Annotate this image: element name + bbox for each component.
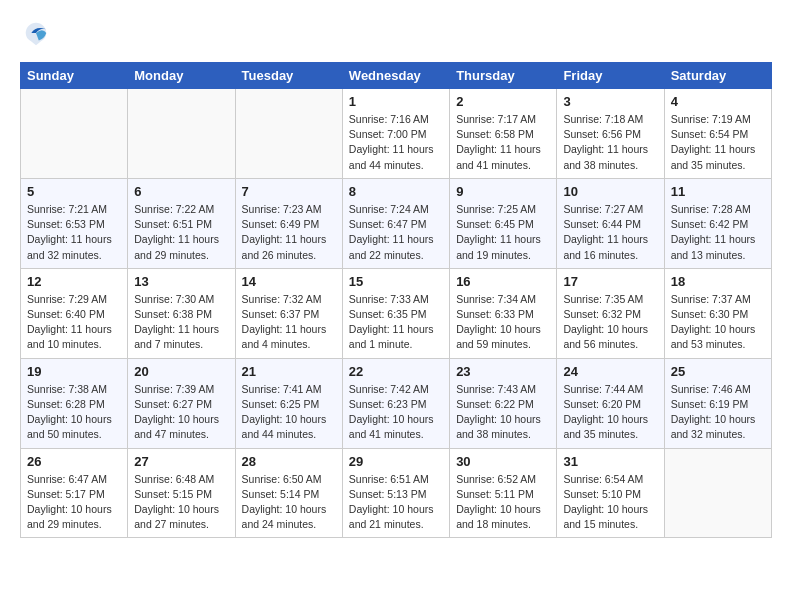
day-number: 13 (134, 274, 228, 289)
logo (20, 20, 50, 52)
day-number: 20 (134, 364, 228, 379)
calendar-cell: 19Sunrise: 7:38 AM Sunset: 6:28 PM Dayli… (21, 358, 128, 448)
calendar-header-sunday: Sunday (21, 63, 128, 89)
day-info: Sunrise: 7:32 AM Sunset: 6:37 PM Dayligh… (242, 292, 336, 353)
calendar-cell: 17Sunrise: 7:35 AM Sunset: 6:32 PM Dayli… (557, 268, 664, 358)
calendar-week-row: 12Sunrise: 7:29 AM Sunset: 6:40 PM Dayli… (21, 268, 772, 358)
day-info: Sunrise: 7:37 AM Sunset: 6:30 PM Dayligh… (671, 292, 765, 353)
calendar-cell: 24Sunrise: 7:44 AM Sunset: 6:20 PM Dayli… (557, 358, 664, 448)
calendar-header-saturday: Saturday (664, 63, 771, 89)
day-number: 12 (27, 274, 121, 289)
day-number: 22 (349, 364, 443, 379)
calendar-cell: 28Sunrise: 6:50 AM Sunset: 5:14 PM Dayli… (235, 448, 342, 538)
calendar-cell: 23Sunrise: 7:43 AM Sunset: 6:22 PM Dayli… (450, 358, 557, 448)
day-number: 28 (242, 454, 336, 469)
day-info: Sunrise: 7:16 AM Sunset: 7:00 PM Dayligh… (349, 112, 443, 173)
day-number: 18 (671, 274, 765, 289)
calendar-table: SundayMondayTuesdayWednesdayThursdayFrid… (20, 62, 772, 538)
day-number: 8 (349, 184, 443, 199)
calendar-cell: 29Sunrise: 6:51 AM Sunset: 5:13 PM Dayli… (342, 448, 449, 538)
calendar-cell: 26Sunrise: 6:47 AM Sunset: 5:17 PM Dayli… (21, 448, 128, 538)
calendar-cell (235, 89, 342, 179)
day-info: Sunrise: 7:19 AM Sunset: 6:54 PM Dayligh… (671, 112, 765, 173)
day-number: 27 (134, 454, 228, 469)
day-info: Sunrise: 7:39 AM Sunset: 6:27 PM Dayligh… (134, 382, 228, 443)
calendar-cell: 11Sunrise: 7:28 AM Sunset: 6:42 PM Dayli… (664, 178, 771, 268)
day-number: 17 (563, 274, 657, 289)
day-number: 23 (456, 364, 550, 379)
day-number: 14 (242, 274, 336, 289)
logo-icon (22, 20, 50, 48)
calendar-cell (664, 448, 771, 538)
calendar-cell (128, 89, 235, 179)
day-number: 10 (563, 184, 657, 199)
calendar-header-thursday: Thursday (450, 63, 557, 89)
calendar-week-row: 1Sunrise: 7:16 AM Sunset: 7:00 PM Daylig… (21, 89, 772, 179)
day-number: 29 (349, 454, 443, 469)
day-number: 26 (27, 454, 121, 469)
day-number: 31 (563, 454, 657, 469)
page-header (20, 20, 772, 52)
calendar-cell: 6Sunrise: 7:22 AM Sunset: 6:51 PM Daylig… (128, 178, 235, 268)
day-info: Sunrise: 7:17 AM Sunset: 6:58 PM Dayligh… (456, 112, 550, 173)
calendar-cell: 4Sunrise: 7:19 AM Sunset: 6:54 PM Daylig… (664, 89, 771, 179)
day-info: Sunrise: 7:22 AM Sunset: 6:51 PM Dayligh… (134, 202, 228, 263)
calendar-cell: 31Sunrise: 6:54 AM Sunset: 5:10 PM Dayli… (557, 448, 664, 538)
day-number: 2 (456, 94, 550, 109)
day-number: 15 (349, 274, 443, 289)
calendar-cell: 12Sunrise: 7:29 AM Sunset: 6:40 PM Dayli… (21, 268, 128, 358)
day-info: Sunrise: 7:30 AM Sunset: 6:38 PM Dayligh… (134, 292, 228, 353)
day-info: Sunrise: 7:46 AM Sunset: 6:19 PM Dayligh… (671, 382, 765, 443)
calendar-cell: 8Sunrise: 7:24 AM Sunset: 6:47 PM Daylig… (342, 178, 449, 268)
calendar-cell: 20Sunrise: 7:39 AM Sunset: 6:27 PM Dayli… (128, 358, 235, 448)
calendar-header-row: SundayMondayTuesdayWednesdayThursdayFrid… (21, 63, 772, 89)
calendar-week-row: 19Sunrise: 7:38 AM Sunset: 6:28 PM Dayli… (21, 358, 772, 448)
calendar-cell: 10Sunrise: 7:27 AM Sunset: 6:44 PM Dayli… (557, 178, 664, 268)
day-info: Sunrise: 7:38 AM Sunset: 6:28 PM Dayligh… (27, 382, 121, 443)
calendar-cell (21, 89, 128, 179)
day-info: Sunrise: 7:24 AM Sunset: 6:47 PM Dayligh… (349, 202, 443, 263)
day-info: Sunrise: 6:51 AM Sunset: 5:13 PM Dayligh… (349, 472, 443, 533)
day-info: Sunrise: 7:25 AM Sunset: 6:45 PM Dayligh… (456, 202, 550, 263)
day-number: 3 (563, 94, 657, 109)
day-info: Sunrise: 6:52 AM Sunset: 5:11 PM Dayligh… (456, 472, 550, 533)
day-info: Sunrise: 7:29 AM Sunset: 6:40 PM Dayligh… (27, 292, 121, 353)
calendar-cell: 14Sunrise: 7:32 AM Sunset: 6:37 PM Dayli… (235, 268, 342, 358)
calendar-header-monday: Monday (128, 63, 235, 89)
day-info: Sunrise: 7:21 AM Sunset: 6:53 PM Dayligh… (27, 202, 121, 263)
calendar-header-friday: Friday (557, 63, 664, 89)
calendar-cell: 13Sunrise: 7:30 AM Sunset: 6:38 PM Dayli… (128, 268, 235, 358)
calendar-cell: 2Sunrise: 7:17 AM Sunset: 6:58 PM Daylig… (450, 89, 557, 179)
calendar-cell: 9Sunrise: 7:25 AM Sunset: 6:45 PM Daylig… (450, 178, 557, 268)
day-info: Sunrise: 7:43 AM Sunset: 6:22 PM Dayligh… (456, 382, 550, 443)
calendar-cell: 25Sunrise: 7:46 AM Sunset: 6:19 PM Dayli… (664, 358, 771, 448)
day-number: 24 (563, 364, 657, 379)
calendar-cell: 3Sunrise: 7:18 AM Sunset: 6:56 PM Daylig… (557, 89, 664, 179)
calendar-header-wednesday: Wednesday (342, 63, 449, 89)
calendar-cell: 1Sunrise: 7:16 AM Sunset: 7:00 PM Daylig… (342, 89, 449, 179)
calendar-cell: 5Sunrise: 7:21 AM Sunset: 6:53 PM Daylig… (21, 178, 128, 268)
day-info: Sunrise: 7:35 AM Sunset: 6:32 PM Dayligh… (563, 292, 657, 353)
day-info: Sunrise: 7:28 AM Sunset: 6:42 PM Dayligh… (671, 202, 765, 263)
day-number: 21 (242, 364, 336, 379)
calendar-week-row: 26Sunrise: 6:47 AM Sunset: 5:17 PM Dayli… (21, 448, 772, 538)
day-number: 7 (242, 184, 336, 199)
day-info: Sunrise: 7:27 AM Sunset: 6:44 PM Dayligh… (563, 202, 657, 263)
day-number: 19 (27, 364, 121, 379)
calendar-cell: 22Sunrise: 7:42 AM Sunset: 6:23 PM Dayli… (342, 358, 449, 448)
day-info: Sunrise: 7:34 AM Sunset: 6:33 PM Dayligh… (456, 292, 550, 353)
day-number: 30 (456, 454, 550, 469)
calendar-cell: 18Sunrise: 7:37 AM Sunset: 6:30 PM Dayli… (664, 268, 771, 358)
calendar-week-row: 5Sunrise: 7:21 AM Sunset: 6:53 PM Daylig… (21, 178, 772, 268)
day-info: Sunrise: 7:33 AM Sunset: 6:35 PM Dayligh… (349, 292, 443, 353)
day-info: Sunrise: 7:44 AM Sunset: 6:20 PM Dayligh… (563, 382, 657, 443)
calendar-cell: 30Sunrise: 6:52 AM Sunset: 5:11 PM Dayli… (450, 448, 557, 538)
calendar-cell: 21Sunrise: 7:41 AM Sunset: 6:25 PM Dayli… (235, 358, 342, 448)
day-info: Sunrise: 7:18 AM Sunset: 6:56 PM Dayligh… (563, 112, 657, 173)
day-info: Sunrise: 7:42 AM Sunset: 6:23 PM Dayligh… (349, 382, 443, 443)
day-number: 16 (456, 274, 550, 289)
calendar-cell: 7Sunrise: 7:23 AM Sunset: 6:49 PM Daylig… (235, 178, 342, 268)
day-number: 11 (671, 184, 765, 199)
calendar-cell: 16Sunrise: 7:34 AM Sunset: 6:33 PM Dayli… (450, 268, 557, 358)
day-info: Sunrise: 6:54 AM Sunset: 5:10 PM Dayligh… (563, 472, 657, 533)
